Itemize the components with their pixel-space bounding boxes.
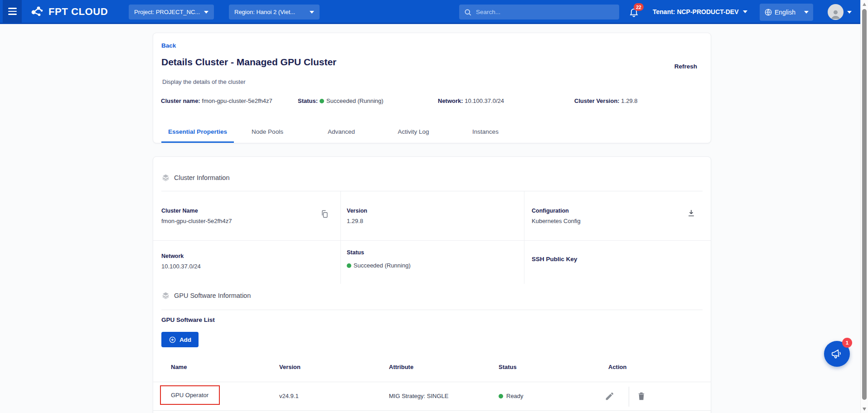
cluster-summary-row: Cluster name: fmon-gpu-cluster-5e2fh4z7 … <box>153 97 711 107</box>
tab-essential-properties[interactable]: Essential Properties <box>161 123 234 143</box>
status-dot <box>499 394 503 398</box>
status-dot <box>320 99 324 103</box>
menu-button[interactable] <box>3 0 22 23</box>
col-status: Status <box>499 364 517 370</box>
page-subtitle: Display the details of the cluster <box>162 78 246 85</box>
language-dropdown[interactable]: English <box>760 4 813 21</box>
table-row: GPU Operator v24.9.1 MIG Strategy: SINGL… <box>153 382 711 411</box>
summary-cluster-version: Cluster Version: 1.29.8 <box>574 97 637 104</box>
annotation-highlight: GPU Operator <box>160 385 220 405</box>
search-input[interactable] <box>476 9 615 15</box>
delete-button[interactable] <box>636 391 646 403</box>
fab-badge: 1 <box>842 338 852 348</box>
cluster-header-card: Back Details Cluster - Managed GPU Clust… <box>153 33 711 143</box>
divider <box>524 191 524 284</box>
chevron-down-icon <box>847 11 852 14</box>
announcements-button[interactable]: 1 <box>824 341 850 367</box>
col-name: Name <box>171 364 187 370</box>
gpu-software-section-header: GPU Software Information <box>161 291 251 300</box>
person-icon <box>829 8 842 20</box>
configuration-label: Configuration <box>532 208 569 214</box>
chevron-down-icon <box>743 10 747 13</box>
tenant-dropdown[interactable]: Tenant: NCP-PRODUCT-DEV <box>653 8 747 15</box>
page-scrollbar <box>860 0 868 413</box>
gpu-software-list-title: GPU Software List <box>161 316 215 323</box>
chevron-down-icon <box>804 11 809 14</box>
col-attribute: Attribute <box>389 364 413 370</box>
divider <box>629 387 629 407</box>
top-navbar: FPT CLOUD Project: PROJECT_NC... Region:… <box>0 0 860 24</box>
tenant-dropdown-label: Tenant: NCP-PRODUCT-DEV <box>653 8 739 15</box>
language-label: English <box>775 9 795 16</box>
cluster-name-value: fmon-gpu-cluster-5e2fh4z7 <box>161 218 232 224</box>
search-icon <box>464 8 472 16</box>
refresh-button[interactable]: Refresh <box>674 63 697 70</box>
cluster-name-label: Cluster Name <box>161 208 198 214</box>
region-dropdown-label: Region: Hanoi 2 (Viet... <box>234 9 295 15</box>
section-title: GPU Software Information <box>174 292 251 299</box>
globe-icon <box>764 8 772 16</box>
divider <box>153 240 711 241</box>
tab-activity-log[interactable]: Activity Log <box>391 123 436 143</box>
configuration-value: Kubernetes Config <box>532 218 581 224</box>
section-title: Cluster Information <box>174 174 230 181</box>
notification-badge: 22 <box>634 3 644 11</box>
copy-icon <box>320 209 329 219</box>
col-version: Version <box>279 364 301 370</box>
add-gpu-software-button[interactable]: Add <box>161 332 199 347</box>
pencil-icon <box>605 391 615 401</box>
layers-icon <box>161 291 170 300</box>
back-link[interactable]: Back <box>161 42 176 49</box>
scrollbar-thumb[interactable] <box>862 9 867 400</box>
chevron-down-icon <box>204 11 209 14</box>
brand-logo[interactable]: FPT CLOUD <box>29 5 108 19</box>
status-dot <box>347 263 351 268</box>
divider <box>161 191 703 191</box>
row-name: GPU Operator <box>161 392 209 398</box>
tab-advanced[interactable]: Advanced <box>321 123 362 143</box>
row-attribute: MIG Strategy: SINGLE <box>389 393 449 399</box>
scroll-up-arrow[interactable] <box>863 3 866 6</box>
avatar <box>828 4 844 20</box>
molecule-logo-icon <box>29 5 44 19</box>
megaphone-icon <box>830 347 844 361</box>
network-label: Network <box>161 253 184 259</box>
notifications-button[interactable]: 22 <box>629 7 640 19</box>
details-tabs: Essential Properties Node Pools Advanced… <box>161 123 703 143</box>
summary-status: Status:Succeeded (Running) <box>298 97 383 104</box>
scroll-down-arrow[interactable] <box>863 408 866 411</box>
account-menu[interactable] <box>828 4 852 20</box>
project-dropdown[interactable]: Project: PROJECT_NC... <box>129 5 214 19</box>
plus-circle-icon <box>169 336 176 344</box>
cluster-information-section-header: Cluster Information <box>161 173 230 182</box>
download-icon <box>687 209 696 218</box>
region-dropdown[interactable]: Region: Hanoi 2 (Viet... <box>229 5 320 19</box>
network-value: 10.100.37.0/24 <box>161 263 201 270</box>
edit-button[interactable] <box>605 391 615 403</box>
gpu-software-table-header: Name Version Attribute Status Action <box>153 364 711 373</box>
page-title: Details Cluster - Managed GPU Cluster <box>161 57 336 68</box>
status-value: Succeeded (Running) <box>347 262 411 269</box>
divider <box>161 310 703 310</box>
copy-button[interactable] <box>320 209 329 220</box>
summary-network: Network: 10.100.37.0/24 <box>438 97 504 104</box>
row-status: Ready <box>499 393 524 399</box>
download-config-button[interactable] <box>687 209 696 219</box>
version-value: 1.29.8 <box>347 218 363 224</box>
trash-icon <box>636 391 646 401</box>
chevron-down-icon <box>310 11 314 14</box>
essential-properties-card: Cluster Information Cluster Name fmon-gp… <box>153 156 711 413</box>
version-label: Version <box>347 208 367 214</box>
brand-text: FPT CLOUD <box>48 6 108 18</box>
tab-node-pools[interactable]: Node Pools <box>246 123 289 143</box>
project-dropdown-label: Project: PROJECT_NC... <box>134 9 200 15</box>
layers-icon <box>161 173 170 182</box>
status-label: Status <box>347 249 364 256</box>
divider <box>340 191 341 284</box>
tab-instances[interactable]: Instances <box>465 123 506 143</box>
summary-cluster-name: Cluster name: fmon-gpu-cluster-5e2fh4z7 <box>161 97 272 104</box>
row-version: v24.9.1 <box>279 393 299 399</box>
col-action: Action <box>608 364 626 370</box>
hamburger-icon <box>8 8 17 9</box>
ssh-public-key-label: SSH Public Key <box>532 256 577 262</box>
